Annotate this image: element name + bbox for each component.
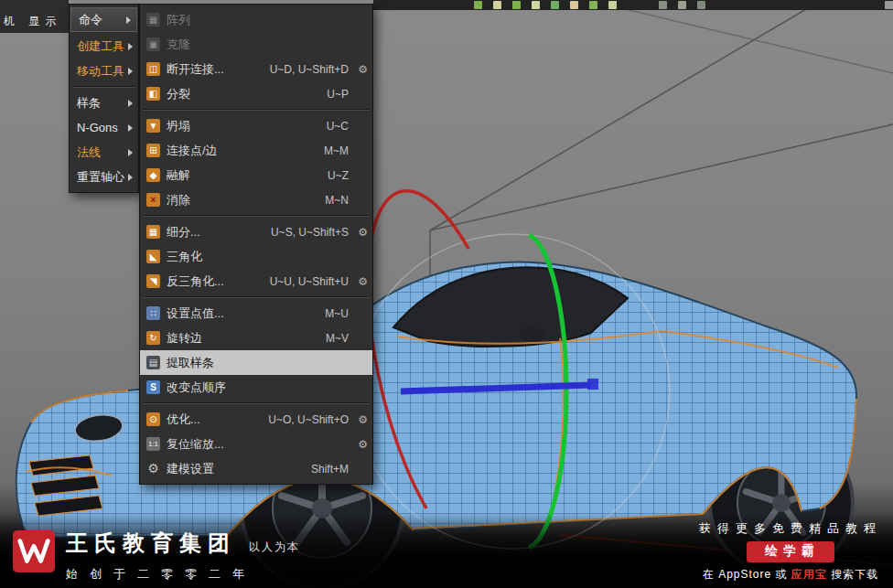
gear-icon[interactable]: ⚙ (355, 438, 368, 451)
menu-item-label: 阵列 (167, 12, 190, 28)
backdrop-lines (430, 0, 893, 304)
viewport-menu-label: 机 显示 (4, 14, 61, 29)
wangs-education-logo (13, 530, 55, 572)
menu-separator (143, 215, 370, 217)
gear-icon[interactable]: ⚙ (355, 63, 368, 76)
company-slogan: 以人为本 (249, 540, 300, 555)
menu-item-shortcut: M~U (325, 307, 349, 320)
menu-item-shortcut: U~Z (328, 169, 349, 182)
menu-item-shortcut: M~M (324, 144, 349, 157)
huixueba-badge[interactable]: 绘学霸 (747, 541, 834, 562)
triangulate-icon: ◣ (146, 250, 160, 263)
top-toolbar (373, 0, 893, 10)
menu-item-label: 重置轴心 (77, 169, 124, 186)
company-founded: 始创于二零零二年 (66, 566, 300, 583)
menuitem-modeling-settings[interactable]: ⚙ 建模设置 Shift+M (140, 456, 372, 481)
menu-item-label: 融解 (167, 167, 190, 184)
menuitem-commands[interactable]: 命令 (70, 7, 137, 32)
toolbar-icon[interactable] (551, 1, 559, 9)
toolbar-icon[interactable] (493, 1, 501, 9)
submenu-arrow-icon (128, 124, 133, 132)
promo-appstore-highlight: 应用宝 (791, 568, 827, 581)
menu-separator (143, 109, 370, 111)
submenu-arrow-icon (128, 100, 133, 107)
menu-item-shortcut: U~U, U~Shift+U (270, 275, 349, 288)
subdivide-icon: ▦ (146, 225, 160, 239)
menuitem-dissolve[interactable]: × 消除 M~N (140, 187, 372, 212)
menuitem-ngons[interactable]: N-Gons (70, 115, 138, 140)
toolbar-icon[interactable] (474, 1, 482, 9)
menuitem-triangulate[interactable]: ◣ 三角化 (140, 244, 372, 269)
toolbar-icon[interactable] (678, 1, 686, 9)
menuitem-disconnect[interactable]: ◫ 断开连接... U~D, U~Shift+D ⚙ (140, 57, 372, 81)
menu-item-label: 细分... (167, 224, 200, 241)
menu-item-label: 三角化 (167, 249, 202, 265)
array-icon: ▦ (146, 13, 160, 27)
menu-item-label: 样条 (77, 95, 101, 112)
toolbar-icon[interactable] (570, 1, 578, 9)
gear-icon[interactable]: ⚙ (355, 226, 368, 239)
melt-icon: ◆ (146, 168, 160, 182)
commands-submenu: ▦ 阵列 ▣ 克隆 ◫ 断开连接... U~D, U~Shift+D ⚙ ◧ 分… (139, 4, 373, 485)
menuitem-split[interactable]: ◧ 分裂 U~P (140, 81, 372, 106)
mesh-menu: 命令 创建工具 移动工具 样条 N-Gons 法线 重置轴心 (69, 4, 139, 193)
toolbar-icon[interactable] (885, 1, 893, 9)
menuitem-set-point-value[interactable]: ∷ 设置点值... M~U (140, 301, 372, 326)
optimize-icon: ⊙ (146, 412, 160, 426)
submenu-arrow-icon (126, 16, 131, 24)
promo-headline: 获得更多免费精品教程 (699, 520, 882, 537)
clone-icon: ▣ (146, 37, 160, 51)
menuitem-clone[interactable]: ▣ 克隆 (140, 32, 372, 57)
menuitem-extract-spline[interactable]: ▤ 提取样条 (140, 350, 372, 375)
gear-icon[interactable]: ⚙ (355, 413, 368, 426)
brand-banner: 王氏教育集团 以人为本 始创于二零零二年 (13, 529, 300, 583)
menuitem-array[interactable]: ▦ 阵列 (140, 7, 372, 32)
menuitem-reset-scale[interactable]: 1:1 复位缩放... ⚙ (140, 432, 372, 456)
menuitem-spline[interactable]: 样条 (70, 91, 138, 115)
toolbar-icon[interactable] (532, 1, 540, 9)
promo-download-hint: 在 AppStore 或 应用宝 搜索下载 (703, 567, 878, 583)
toolbar-icon[interactable] (589, 1, 597, 9)
menu-item-shortcut: U~C (327, 120, 349, 133)
menuitem-untriangulate[interactable]: ◥ 反三角化... U~U, U~Shift+U ⚙ (140, 269, 372, 294)
toolbar-icon[interactable] (608, 1, 617, 9)
set-point-value-icon: ∷ (146, 306, 160, 320)
viewport-menu-fragment[interactable]: 机 显示 (0, 0, 69, 33)
rotate-edge-icon: ↻ (146, 331, 160, 345)
extract-spline-icon: ▤ (146, 356, 160, 369)
menu-item-shortcut: U~O, U~Shift+O (268, 413, 349, 426)
menu-item-label: 移动工具 (77, 63, 124, 80)
toolbar-icon[interactable] (697, 1, 705, 9)
promo-download-post: 搜索下载 (827, 568, 878, 581)
gear-icon[interactable]: ⚙ (355, 275, 368, 288)
front-grille (29, 455, 102, 516)
menuitem-melt[interactable]: ◆ 融解 U~Z (140, 163, 372, 187)
submenu-arrow-icon (128, 43, 133, 50)
menu-item-label: 连接点/边 (167, 143, 218, 159)
application-window: 机 显示 命令 创建工具 移动工具 样条 N-Gons 法线 重置轴心 (0, 0, 893, 588)
menuitem-change-point-order[interactable]: S 改变点顺序 (140, 375, 372, 400)
menu-item-label: 断开连接... (167, 61, 224, 78)
toolbar-icon[interactable] (512, 1, 521, 9)
menu-item-label: 消除 (167, 192, 190, 208)
disconnect-icon: ◫ (146, 62, 160, 76)
menuitem-normals[interactable]: 法线 (70, 140, 138, 165)
menu-separator (143, 402, 370, 404)
dissolve-icon: × (146, 193, 160, 207)
menu-item-shortcut: M~N (325, 194, 349, 207)
menuitem-subdivide[interactable]: ▦ 细分... U~S, U~Shift+S ⚙ (140, 219, 372, 244)
menuitem-rotate-edge[interactable]: ↻ 旋转边 M~V (140, 326, 372, 350)
company-name: 王氏教育集团 (66, 529, 236, 558)
menu-separator (143, 296, 370, 298)
menuitem-collapse[interactable]: ▼ 坍塌 U~C (140, 113, 372, 138)
submenu-arrow-icon (128, 174, 133, 181)
menuitem-reset-axis[interactable]: 重置轴心 (70, 165, 138, 189)
menu-item-shortcut: U~P (327, 88, 349, 101)
submenu-arrow-icon (128, 68, 133, 75)
toolbar-icon[interactable] (659, 1, 667, 9)
axis-handle-blue[interactable] (587, 379, 598, 390)
menuitem-create-tools[interactable]: 创建工具 (70, 34, 138, 59)
menuitem-connect-points-edges[interactable]: ⊞ 连接点/边 M~M (140, 138, 372, 163)
menuitem-move-tools[interactable]: 移动工具 (70, 59, 138, 83)
menuitem-optimize[interactable]: ⊙ 优化... U~O, U~Shift+O ⚙ (140, 407, 372, 432)
